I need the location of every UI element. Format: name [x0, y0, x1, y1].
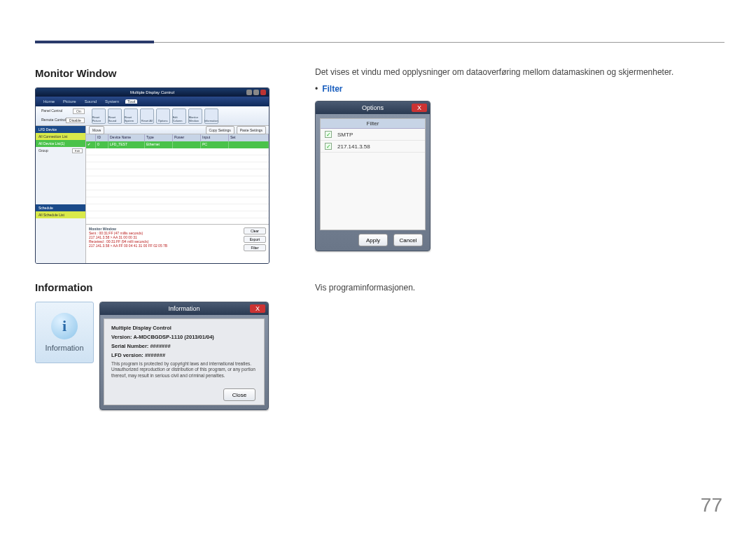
monitor-line: 217.141.3.58 > AA FF 00 04 41 31 00 FF 0… — [89, 244, 266, 248]
information-dialog: Information X Multiple Display Control V… — [99, 302, 269, 410]
information-heading: Information — [35, 281, 294, 293]
information-tile[interactable]: i Information — [35, 302, 94, 363]
group-edit-button[interactable]: Edit — [72, 148, 83, 153]
options-icon[interactable]: Options — [156, 108, 170, 124]
sidebar-lfd-header: LFD Device — [36, 126, 85, 133]
info-lfd-version: LFD version: ####### — [111, 352, 165, 358]
grid-header: ID Device Name Type Power Input Set — [86, 134, 269, 141]
remote-control-value[interactable]: Disable — [66, 118, 85, 123]
grid-empty-area — [86, 148, 269, 224]
copy-settings-button[interactable]: Copy Settings — [206, 126, 234, 134]
filter-header: Filter — [321, 119, 425, 129]
monitor-pane: Monitor Window Sent : 00:31:FF (47 milli… — [86, 224, 269, 264]
info-program-name: Multiple Display Control — [111, 325, 172, 331]
export-button[interactable]: Export — [244, 236, 266, 243]
header-rule — [35, 42, 724, 43]
cancel-button[interactable]: Cancel — [393, 234, 423, 246]
sidebar-all-connection[interactable]: All Connection List — [36, 133, 85, 140]
close-icon[interactable]: X — [412, 104, 427, 112]
sidebar: LFD Device All Connection List All Devic… — [36, 126, 86, 264]
window-buttons — [246, 90, 266, 95]
checkbox-icon[interactable]: ✓ — [325, 131, 332, 138]
tab-picture[interactable]: Picture — [61, 99, 78, 104]
info-serial: Serial Number: ####### — [111, 343, 171, 349]
info-dialog-title: Information X — [100, 302, 268, 315]
monitor-window-heading: Monitor Window — [35, 67, 294, 79]
panel-control-value[interactable]: On — [73, 108, 85, 114]
filter-dialog-title: Options X — [316, 101, 430, 114]
info-legal-text: This program is protected by copyright l… — [111, 361, 257, 379]
clear-button[interactable]: Clear — [244, 227, 266, 234]
panel-control-label: Panel Control — [41, 108, 62, 114]
tab-system[interactable]: System — [103, 99, 121, 104]
information-desc: Vis programinformasjonen. — [315, 283, 724, 293]
information-icon[interactable]: Information — [204, 108, 218, 124]
grid-row[interactable]: ✔ 0 LFD_TEST Ethernet PC — [86, 141, 269, 148]
tab-sound[interactable]: Sound — [83, 99, 99, 104]
remote-control-label: Remote Control — [41, 118, 66, 123]
edit-column-icon[interactable]: Edit Column — [172, 108, 186, 124]
filter-dialog: Options X Filter ✓ SMTP ✓ 217.141.3.58 A… — [315, 101, 430, 251]
app-mock-screenshot: Multiple Display Control Home Picture So… — [35, 87, 270, 264]
reset-system-icon[interactable]: Reset System — [124, 108, 138, 124]
checkbox-icon[interactable]: ✓ — [325, 143, 332, 150]
tab-tool[interactable]: Tool — [125, 99, 137, 104]
monitor-window-icon[interactable]: Monitor Window — [188, 108, 202, 124]
app-title-text: Multiple Display Control — [130, 90, 174, 94]
reset-sound-icon[interactable]: Reset Sound — [108, 108, 122, 124]
sidebar-all-schedule[interactable]: All Schedule List — [36, 211, 85, 218]
reset-picture-icon[interactable]: Reset Picture — [92, 108, 106, 124]
header-accent — [35, 41, 154, 43]
toolbar: Panel ControlOn Remote ControlDisable Re… — [36, 106, 269, 126]
filter-row-ip[interactable]: ✓ 217.141.3.58 — [321, 141, 425, 153]
monitor-window-desc: Det vises et vindu med opplysninger om d… — [315, 67, 724, 77]
info-tile-label: Information — [45, 344, 83, 352]
page-number: 77 — [701, 494, 722, 517]
app-titlebar: Multiple Display Control — [36, 88, 269, 97]
filter-bullet: •Filter — [315, 84, 724, 94]
info-icon: i — [51, 313, 78, 339]
move-button[interactable]: Move — [89, 126, 104, 134]
filter-button[interactable]: Filter — [244, 244, 266, 251]
sidebar-all-device[interactable]: All Device List(1) — [36, 140, 85, 147]
sidebar-group[interactable]: Group Edit — [36, 147, 85, 154]
tab-home[interactable]: Home — [41, 99, 57, 104]
reset-all-icon[interactable]: Reset All — [140, 108, 154, 124]
close-button[interactable]: Close — [223, 388, 255, 401]
apply-button[interactable]: Apply — [358, 234, 388, 246]
paste-settings-button[interactable]: Paste Settings — [237, 126, 266, 134]
app-tabs: Home Picture Sound System Tool — [36, 97, 269, 106]
info-version: Version: A-MDCBGDSP-1110 (2013/01/04) — [111, 334, 214, 340]
close-icon[interactable]: X — [250, 304, 265, 313]
sidebar-schedule-header: Schedule — [36, 204, 85, 211]
filter-row-smtp[interactable]: ✓ SMTP — [321, 129, 425, 141]
